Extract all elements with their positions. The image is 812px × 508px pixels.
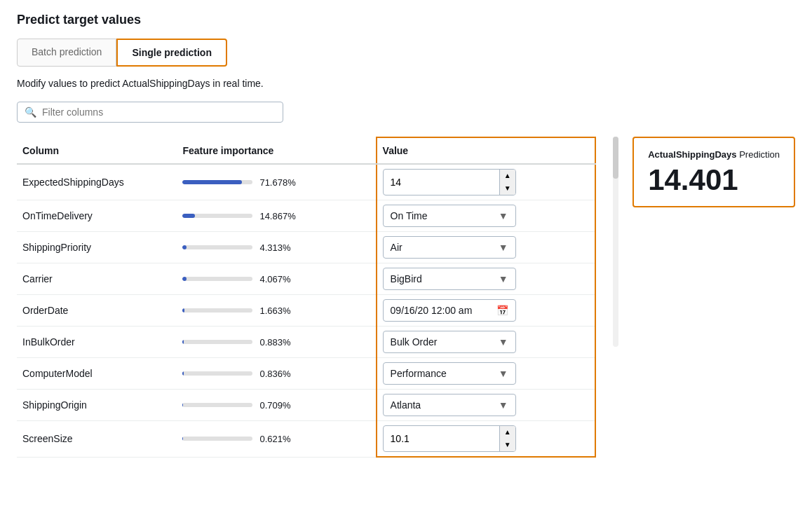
number-input[interactable] xyxy=(384,172,499,193)
spin-down-button[interactable]: ▼ xyxy=(500,182,515,195)
select-value-label: Atlanta xyxy=(391,399,421,411)
table-row: OnTimeDelivery14.867%On Time▼ xyxy=(17,200,595,232)
main-layout: Column Feature importance Value Expected… xyxy=(17,137,795,458)
cell-value: ▲▼ xyxy=(377,421,596,458)
chevron-down-icon: ▼ xyxy=(499,210,508,221)
table-row: ComputerModel0.836%Performance▼ xyxy=(17,358,595,390)
date-value-label: 09/16/20 12:00 am xyxy=(391,305,473,316)
spin-up-button[interactable]: ▲ xyxy=(500,426,515,439)
table-row: OrderDate1.663%09/16/20 12:00 am📅 xyxy=(17,295,595,327)
chevron-down-icon: ▼ xyxy=(499,399,508,411)
cell-column-name: ShippingPriority xyxy=(17,232,177,263)
table-row: Carrier4.067%BigBird▼ xyxy=(17,263,595,295)
number-input-wrapper: ▲▼ xyxy=(383,425,516,452)
tab-single[interactable]: Single prediction xyxy=(116,39,227,67)
cell-importance: 1.663% xyxy=(177,295,376,327)
cell-value: Bulk Order▼ xyxy=(377,327,596,358)
cell-value: On Time▼ xyxy=(377,200,596,232)
spin-down-button[interactable]: ▼ xyxy=(500,439,515,451)
prediction-label: ActualShippingDays Prediction xyxy=(648,149,780,160)
cell-column-name: Carrier xyxy=(17,263,177,295)
select-value-label: Air xyxy=(391,242,402,253)
search-bar: 🔍 xyxy=(17,102,283,123)
tab-batch[interactable]: Batch prediction xyxy=(17,39,116,67)
cell-importance: 71.678% xyxy=(177,164,376,200)
cell-value: BigBird▼ xyxy=(377,263,596,295)
table-row: ScreenSize0.621%▲▼ xyxy=(17,421,595,458)
spin-up-button[interactable]: ▲ xyxy=(500,170,515,182)
select-value-label: Performance xyxy=(391,368,447,379)
select-field[interactable]: Performance▼ xyxy=(383,362,516,385)
table-row: InBulkOrder0.883%Bulk Order▼ xyxy=(17,327,595,358)
cell-column-name: OnTimeDelivery xyxy=(17,200,177,232)
page-title: Predict target values xyxy=(17,13,795,27)
right-area: ActualShippingDays Prediction 14.401 xyxy=(610,137,795,347)
cell-importance: 4.067% xyxy=(177,263,376,295)
scrollbar-track[interactable] xyxy=(613,137,618,347)
spin-buttons: ▲▼ xyxy=(499,170,515,195)
table-section: Column Feature importance Value Expected… xyxy=(17,137,596,458)
chevron-down-icon: ▼ xyxy=(499,368,508,379)
page-container: Predict target values Batch prediction S… xyxy=(0,0,812,508)
cell-value: Air▼ xyxy=(377,232,596,263)
cell-value: 09/16/20 12:00 am📅 xyxy=(377,295,596,327)
data-table: Column Feature importance Value Expected… xyxy=(17,137,596,458)
select-value-label: BigBird xyxy=(391,273,422,284)
cell-value: Performance▼ xyxy=(377,358,596,390)
prediction-value: 14.401 xyxy=(648,165,780,195)
select-field[interactable]: On Time▼ xyxy=(383,205,516,227)
select-field[interactable]: Atlanta▼ xyxy=(383,394,516,416)
cell-importance: 14.867% xyxy=(177,200,376,232)
col-header-importance: Feature importance xyxy=(177,137,376,164)
chevron-down-icon: ▼ xyxy=(499,336,508,348)
prediction-box: ActualShippingDays Prediction 14.401 xyxy=(632,137,795,207)
cell-value: ▲▼ xyxy=(377,164,596,200)
date-field[interactable]: 09/16/20 12:00 am📅 xyxy=(383,299,516,322)
cell-importance: 0.621% xyxy=(177,421,376,458)
calendar-icon[interactable]: 📅 xyxy=(496,305,508,316)
spin-buttons: ▲▼ xyxy=(499,426,515,451)
cell-importance: 0.709% xyxy=(177,390,376,421)
cell-column-name: ScreenSize xyxy=(17,421,177,458)
table-row: ShippingOrigin0.709%Atlanta▼ xyxy=(17,390,595,421)
cell-column-name: ExpectedShippingDays xyxy=(17,164,177,200)
select-value-label: Bulk Order xyxy=(391,336,438,348)
tabs-container: Batch prediction Single prediction xyxy=(17,39,795,67)
cell-column-name: InBulkOrder xyxy=(17,327,177,358)
subtitle: Modify values to predict ActualShippingD… xyxy=(17,78,795,89)
col-header-column: Column xyxy=(17,137,177,164)
search-icon: 🔍 xyxy=(25,107,36,118)
cell-importance: 4.313% xyxy=(177,232,376,263)
chevron-down-icon: ▼ xyxy=(499,273,508,284)
col-header-value: Value xyxy=(377,137,596,164)
cell-importance: 0.883% xyxy=(177,327,376,358)
chevron-down-icon: ▼ xyxy=(499,242,508,253)
cell-column-name: ShippingOrigin xyxy=(17,390,177,421)
cell-column-name: OrderDate xyxy=(17,295,177,327)
select-field[interactable]: Bulk Order▼ xyxy=(383,331,516,353)
cell-value: Atlanta▼ xyxy=(377,390,596,421)
select-field[interactable]: BigBird▼ xyxy=(383,268,516,290)
scrollbar-thumb[interactable] xyxy=(613,137,618,179)
table-row: ShippingPriority4.313%Air▼ xyxy=(17,232,595,263)
select-field[interactable]: Air▼ xyxy=(383,236,516,259)
table-row: ExpectedShippingDays71.678%▲▼ xyxy=(17,164,595,200)
number-input[interactable] xyxy=(384,428,499,449)
select-value-label: On Time xyxy=(391,210,428,221)
search-input[interactable] xyxy=(42,107,276,118)
number-input-wrapper: ▲▼ xyxy=(383,169,516,195)
cell-importance: 0.836% xyxy=(177,358,376,390)
cell-column-name: ComputerModel xyxy=(17,358,177,390)
